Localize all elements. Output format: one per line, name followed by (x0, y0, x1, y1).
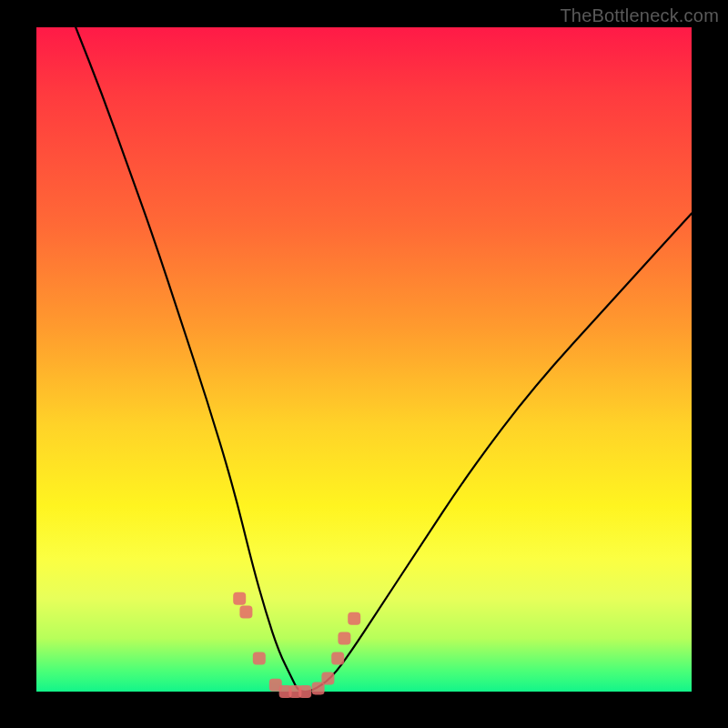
highlight-dot (338, 632, 350, 645)
curve-svg (36, 27, 692, 692)
highlight-dot (312, 682, 325, 694)
bottleneck-curve (76, 27, 692, 692)
plot-area (36, 27, 692, 692)
highlight-dot (331, 652, 344, 665)
highlight-dot (239, 605, 252, 618)
highlight-dot (321, 672, 334, 684)
highlight-dots (233, 592, 360, 698)
highlight-dot (298, 685, 311, 698)
highlight-dot (253, 652, 266, 665)
watermark-text: TheBottleneck.com (560, 5, 719, 26)
bottleneck-curve-path (76, 27, 692, 692)
highlight-dot (233, 592, 246, 605)
highlight-dot (348, 612, 360, 625)
chart-frame: TheBottleneck.com (0, 0, 728, 728)
